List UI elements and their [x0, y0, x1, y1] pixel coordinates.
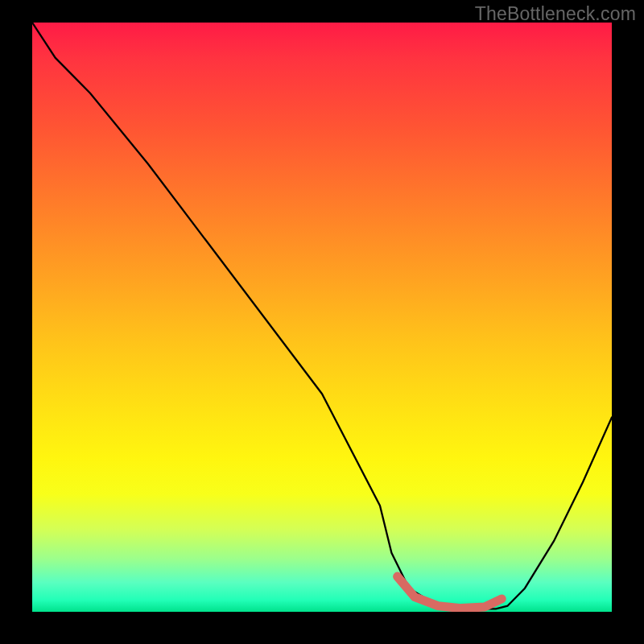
highlight-segment [398, 576, 502, 609]
chart-frame: TheBottleneck.com [0, 0, 644, 644]
main-curve [32, 23, 612, 609]
watermark-text: TheBottleneck.com [475, 3, 636, 25]
curve-overlay [32, 23, 612, 612]
plot-area [32, 23, 612, 612]
